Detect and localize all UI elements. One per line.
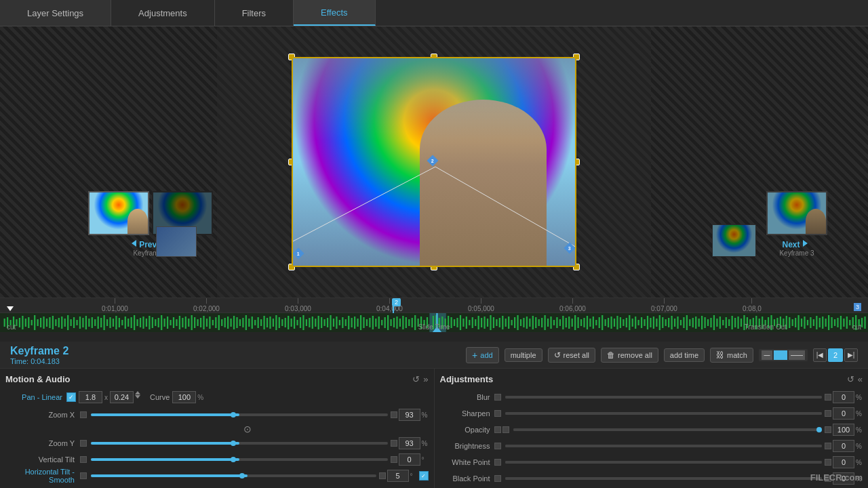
opacity-check-r[interactable] — [502, 426, 509, 433]
opacity-end-check[interactable] — [825, 426, 831, 433]
pan-arrow-down[interactable] — [135, 395, 140, 399]
next-keyframe-button[interactable]: ▶| — [844, 348, 858, 362]
tab-adjustments[interactable]: Adjustments — [111, 0, 215, 26]
add-button[interactable]: + add — [466, 347, 499, 363]
zoom-x-slider[interactable] — [91, 413, 388, 416]
svg-rect-32 — [92, 317, 93, 328]
svg-rect-213 — [638, 320, 639, 325]
white-point-check[interactable] — [494, 459, 501, 466]
svg-rect-13 — [34, 315, 35, 330]
svg-rect-158 — [472, 317, 473, 328]
tab-filters[interactable]: Filters — [215, 0, 294, 26]
tab-effects[interactable]: Effects — [294, 0, 376, 26]
svg-rect-191 — [572, 319, 573, 327]
add-time-button[interactable]: add time — [664, 348, 705, 362]
opacity-slider[interactable] — [513, 428, 823, 431]
sharpen-check[interactable] — [494, 410, 501, 417]
zoom-x-thumb[interactable] — [231, 412, 236, 418]
white-point-end-check[interactable] — [825, 459, 831, 466]
svg-rect-74 — [218, 315, 220, 330]
vert-tilt-value[interactable]: 0 — [399, 453, 420, 466]
link-icon[interactable]: ⊙ — [243, 424, 252, 434]
multiple-button[interactable]: multiple — [505, 348, 542, 362]
vert-tilt-check[interactable] — [80, 456, 87, 463]
vert-tilt-slider[interactable] — [91, 458, 388, 461]
adj-reset-btn[interactable]: ↺ — [847, 374, 854, 384]
current-kf-indicator: 2 — [828, 348, 843, 362]
zoom-x-end-check[interactable] — [391, 411, 397, 418]
brightness-check[interactable] — [494, 443, 501, 449]
svg-rect-115 — [342, 317, 343, 328]
keyframe-actions: + add multiple ↺ reset all 🗑 remove all … — [466, 347, 858, 363]
svg-rect-204 — [610, 317, 612, 329]
svg-rect-9 — [22, 316, 23, 329]
svg-rect-193 — [577, 317, 578, 328]
horiz-tilt-end-check[interactable] — [379, 472, 386, 479]
svg-rect-123 — [366, 319, 368, 326]
zoom-y-check[interactable] — [80, 440, 87, 447]
motion-expand-btn[interactable]: » — [423, 374, 428, 384]
svg-rect-118 — [351, 318, 353, 327]
zoom-x-value[interactable]: 93 — [399, 409, 420, 421]
zoom-y-slider[interactable] — [91, 442, 388, 445]
brightness-end-check[interactable] — [825, 443, 831, 449]
svg-rect-22 — [61, 317, 62, 329]
black-point-check[interactable] — [494, 475, 501, 482]
zoom-x-check[interactable] — [80, 411, 87, 418]
curve-input[interactable] — [172, 391, 196, 403]
pan-y-input[interactable] — [110, 391, 134, 403]
brightness-slider[interactable] — [505, 445, 823, 447]
sharpen-end-check[interactable] — [825, 410, 831, 417]
match-button[interactable]: ⛓ match — [710, 348, 753, 363]
svg-rect-120 — [357, 319, 358, 327]
zoom-y-end-check[interactable] — [391, 440, 397, 447]
reset-all-button[interactable]: ↺ reset all — [548, 348, 596, 363]
next-keyframe-thumb[interactable]: Next Keyframe 3 — [766, 191, 827, 257]
video-frame-container[interactable]: 1 2 3 — [292, 57, 576, 267]
prev-keyframe-button[interactable]: |◀ — [813, 348, 827, 362]
svg-rect-227 — [680, 320, 682, 325]
blur-check[interactable] — [494, 394, 501, 401]
svg-rect-43 — [125, 317, 126, 329]
horiz-tilt-slider[interactable] — [91, 474, 376, 477]
adj-collapse-btn[interactable]: « — [858, 374, 863, 384]
svg-rect-8 — [19, 318, 20, 327]
horiz-tilt-active[interactable]: ✓ — [419, 471, 429, 481]
svg-rect-34 — [98, 317, 99, 329]
white-point-slider[interactable] — [505, 461, 823, 464]
horiz-tilt-label[interactable]: Horizontal Tilt - Smooth — [5, 468, 80, 484]
pan-arrows[interactable] — [135, 391, 144, 403]
pan-x-input[interactable] — [79, 391, 102, 403]
vert-tilt-thumb[interactable] — [231, 457, 236, 462]
white-point-value[interactable]: 0 — [833, 456, 854, 468]
svg-rect-81 — [239, 319, 241, 326]
sharpen-value[interactable]: 0 — [833, 407, 854, 420]
svg-rect-86 — [254, 320, 256, 325]
tick-8s: 0:08,0 — [743, 298, 762, 312]
blur-slider[interactable] — [505, 396, 823, 399]
ruler-ticks-container: 0:01,000 0:02,000 0:03,000 0:04,000 0:05… — [0, 298, 868, 312]
curve-label: Curve — [150, 393, 170, 401]
svg-rect-166 — [496, 319, 497, 326]
opacity-check-l[interactable] — [494, 426, 501, 433]
zoom-y-value[interactable]: 93 — [399, 437, 420, 449]
horiz-tilt-value[interactable]: 5 — [387, 470, 409, 482]
blur-end-check[interactable] — [825, 394, 831, 401]
tab-layer-settings[interactable]: Layer Settings — [0, 0, 111, 26]
horiz-tilt-check[interactable] — [80, 472, 87, 479]
vert-tilt-end-check[interactable] — [391, 456, 397, 463]
sharpen-slider[interactable] — [505, 412, 823, 415]
blur-value[interactable]: 0 — [833, 391, 854, 403]
opacity-value[interactable]: 100 — [833, 424, 854, 436]
blur-unit: % — [856, 394, 863, 401]
svg-rect-152 — [454, 319, 455, 326]
brightness-value[interactable]: 0 — [833, 440, 854, 452]
svg-rect-209 — [626, 318, 627, 327]
horiz-tilt-thumb[interactable] — [239, 473, 245, 479]
zoom-y-thumb[interactable] — [231, 441, 236, 446]
motion-reset-btn[interactable]: ↺ — [412, 374, 420, 384]
pan-arrow-up[interactable] — [135, 391, 140, 394]
pan-checkbox[interactable]: ✓ — [66, 392, 76, 402]
remove-all-button[interactable]: 🗑 remove all — [601, 348, 658, 363]
black-point-slider[interactable] — [505, 477, 823, 480]
